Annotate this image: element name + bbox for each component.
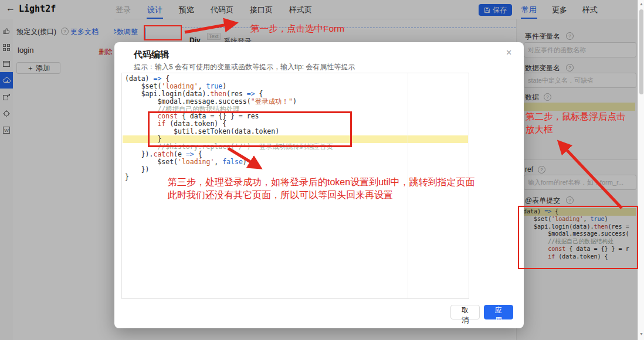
scroll-thumb[interactable] [639, 9, 643, 94]
modal-title: 代码编辑 [134, 49, 169, 60]
app-window: ← Light2f 登录 设计 预览 代码页 接口页 样式页 保存 常用 更多 … [0, 0, 644, 340]
scroll-up-icon[interactable]: ▲ [638, 2, 644, 6]
close-icon[interactable]: × [506, 48, 511, 57]
submit-code-highlight-box [518, 206, 638, 269]
step3-annotation-line1: 第三步，处理登录成功，如将登录后的token设置到util中，跳转到指定页面 [168, 176, 475, 189]
window-scrollbar[interactable]: ▲ ▼ [638, 0, 644, 340]
step3-annotation-line2: 此时我们还没有其它页面，所以可以等回头回来再设置 [168, 189, 393, 202]
code-highlight-box [148, 111, 352, 147]
step1-annotation: 第一步，点击选中Form [250, 23, 344, 35]
modal-hint: 提示：输入$ 会有可使用的变量或函数等提示，输入tip: 会有属性等提示 [134, 62, 355, 72]
cancel-button[interactable]: 取消 [450, 305, 480, 319]
step1-highlight-box [144, 25, 182, 40]
step2-annotation-line2: 放大框 [526, 124, 553, 136]
scroll-down-icon[interactable]: ▼ [638, 332, 644, 336]
apply-button[interactable]: 应用 [484, 305, 513, 319]
step2-annotation-line1: 第二步，鼠标悬浮后点击 [526, 111, 626, 123]
